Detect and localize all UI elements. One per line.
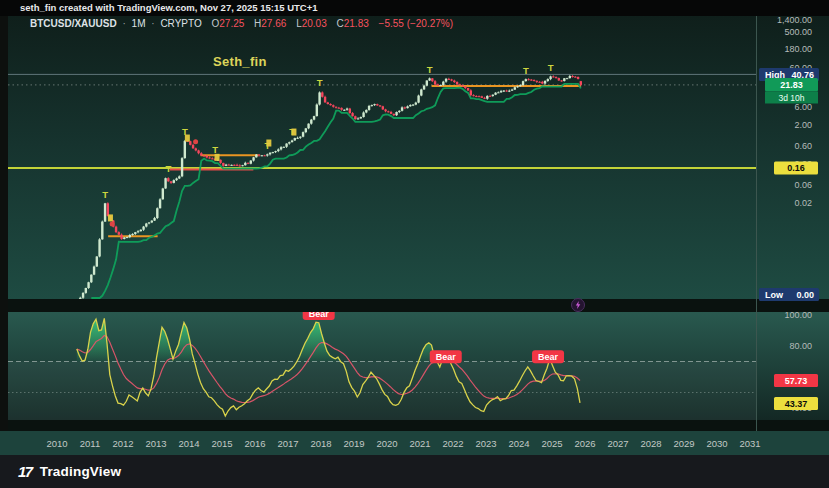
tradingview-logo-icon[interactable]: 17 <box>18 463 32 480</box>
t-marker: T <box>212 144 218 155</box>
year-label: 2025 <box>541 438 562 449</box>
year-label: 2020 <box>376 438 397 449</box>
main-pane-background <box>0 16 829 299</box>
high-value: 27.66 <box>261 18 286 29</box>
alert-level-badge[interactable]: 0.16 <box>774 162 818 175</box>
year-label: 2019 <box>343 438 364 449</box>
low-price-badge: Low 0.00 <box>759 288 819 301</box>
flash-icon[interactable] <box>572 299 585 312</box>
price-axis-label: 180.00 <box>784 44 812 54</box>
year-label: 2014 <box>178 438 199 449</box>
signal-badge-value: 57.73 <box>785 376 808 386</box>
signal-box <box>215 154 220 161</box>
indicator-axis-label: 80.00 <box>789 341 812 351</box>
low-value: 20.03 <box>302 18 327 29</box>
year-label: 2018 <box>310 438 331 449</box>
year-label: 2011 <box>80 438 100 449</box>
svg-text:Bear: Bear <box>436 352 457 362</box>
tradingview-brand[interactable]: TradingView <box>40 464 121 479</box>
year-label: 2016 <box>244 438 265 449</box>
t-marker: T <box>523 65 529 76</box>
bar-countdown: 3d 10h <box>779 93 805 103</box>
price-axis-label: 0.60 <box>794 141 812 151</box>
year-label: 2030 <box>706 438 727 449</box>
year-label: 2015 <box>211 438 232 449</box>
rsi-badge-value: 43.37 <box>785 399 808 409</box>
left-margin <box>0 16 8 431</box>
year-label: 2013 <box>145 438 166 449</box>
symbol-name[interactable]: BTCUSD/XAUUSD <box>30 18 117 29</box>
year-label: 2027 <box>607 438 628 449</box>
signal-box <box>266 140 271 147</box>
price-axis-label: 1,400.00 <box>777 16 812 25</box>
chart-canvas[interactable]: TTTTTTTTTT BearBearBear 1,400.00500.0018… <box>0 16 829 455</box>
year-label: 2021 <box>409 438 430 449</box>
pane-divider <box>0 420 829 431</box>
year-label: 2031 <box>739 438 760 449</box>
legend-separator: · <box>122 18 125 29</box>
t-marker: T <box>317 77 323 88</box>
low-badge-value: 0.00 <box>796 290 814 300</box>
price-axis-label: 0.02 <box>794 198 812 208</box>
year-label: 2028 <box>640 438 661 449</box>
signal-box <box>185 135 190 142</box>
attribution-bar: seth_fin created with TradingView.com, N… <box>0 0 829 16</box>
low-badge-label: Low <box>765 290 784 300</box>
pane-divider[interactable] <box>0 299 829 312</box>
close-label: C <box>337 18 344 29</box>
bear-label: Bear <box>430 350 462 363</box>
interval-label[interactable]: 1M <box>132 18 146 29</box>
year-label: 2024 <box>508 438 529 449</box>
signal-dot <box>110 221 115 226</box>
price-axis-label: 500.00 <box>784 27 812 37</box>
t-marker: T <box>427 64 433 75</box>
year-label: 2026 <box>574 438 595 449</box>
year-label: 2010 <box>46 438 67 449</box>
last-badge-value: 21.83 <box>780 80 803 90</box>
legend-separator: · <box>151 18 154 29</box>
open-value: 27.25 <box>219 18 244 29</box>
tradingview-chart-window: seth_fin created with TradingView.com, N… <box>0 0 829 488</box>
signal-box <box>108 214 113 221</box>
alert-level-value: 0.16 <box>787 163 805 173</box>
rsi-value-badge: 43.37 <box>774 397 818 410</box>
symbol-legend[interactable]: BTCUSD/XAUUSD · 1M · CRYPTO O27.25 H27.6… <box>30 18 453 30</box>
t-marker: T <box>165 163 171 174</box>
signal-value-badge: 57.73 <box>774 374 818 387</box>
close-value: 21.83 <box>344 18 369 29</box>
t-marker: T <box>548 62 554 73</box>
year-label: 2022 <box>442 438 463 449</box>
change-value: −5.55 (−20.27%) <box>379 18 454 29</box>
bear-label: Bear <box>532 350 564 363</box>
exchange-label: CRYPTO <box>160 18 201 29</box>
year-label: 2012 <box>112 438 133 449</box>
signal-dot <box>193 139 198 144</box>
price-axis-label: 0.06 <box>794 180 812 190</box>
t-marker: T <box>102 189 108 200</box>
signal-box <box>291 129 296 136</box>
year-label: 2029 <box>673 438 694 449</box>
indicator-axis-label: 100.00 <box>784 310 812 320</box>
last-price-badge: 21.83 3d 10h <box>765 78 818 104</box>
year-label: 2023 <box>475 438 496 449</box>
svg-text:Bear: Bear <box>538 352 559 362</box>
footer-bar: 17 TradingView <box>0 455 829 488</box>
year-label: 2017 <box>277 438 298 449</box>
price-axis-label: 2.00 <box>794 120 812 130</box>
author-watermark: Seth_fin <box>213 54 267 69</box>
attribution-text: seth_fin created with TradingView.com, N… <box>20 2 318 13</box>
